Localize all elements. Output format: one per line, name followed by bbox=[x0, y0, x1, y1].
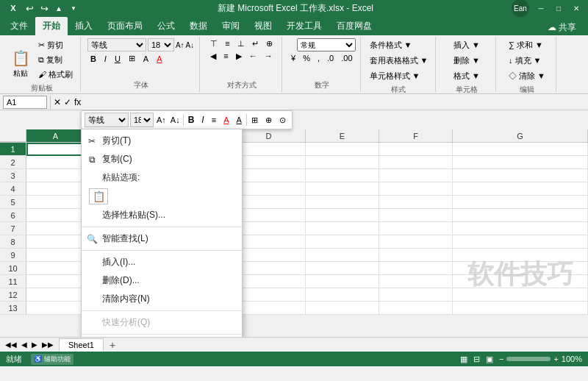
cell-E9[interactable] bbox=[306, 249, 379, 262]
share-button[interactable]: ☁ 共享 bbox=[542, 20, 582, 35]
ctx-insert[interactable]: 插入(I)... bbox=[82, 253, 242, 271]
name-box[interactable]: A1 bbox=[3, 96, 47, 109]
cell-F13[interactable] bbox=[379, 302, 453, 315]
table-style-button[interactable]: 套用表格格式 ▼ bbox=[367, 54, 431, 68]
col-header-D[interactable]: D bbox=[232, 129, 306, 142]
cell-D1[interactable] bbox=[232, 143, 306, 156]
cell-A12[interactable] bbox=[26, 288, 85, 302]
merge-button[interactable]: ⊕ bbox=[263, 38, 276, 49]
cell-A4[interactable] bbox=[26, 182, 85, 196]
currency-button[interactable]: ¥ bbox=[288, 53, 298, 63]
percent-button[interactable]: % bbox=[300, 53, 313, 63]
sheet-tab-sheet1[interactable]: Sheet1 bbox=[59, 338, 104, 352]
copy-button[interactable]: ⧉ 复制 bbox=[35, 53, 76, 67]
cell-D7[interactable] bbox=[232, 222, 306, 235]
paste-icon-1[interactable]: 📋 bbox=[89, 188, 108, 204]
cell-A13[interactable] bbox=[26, 302, 85, 315]
cell-F3[interactable] bbox=[379, 169, 453, 182]
cell-E13[interactable] bbox=[306, 302, 379, 315]
cell-E11[interactable] bbox=[306, 275, 379, 288]
fill-color-button[interactable]: A bbox=[140, 54, 151, 64]
cell-D2[interactable] bbox=[232, 156, 306, 169]
decrease-decimal-button[interactable]: .00 bbox=[338, 53, 355, 63]
scroll-sheet-prev-button[interactable]: ◀ bbox=[19, 341, 29, 349]
scroll-sheet-right-button[interactable]: ▶▶ bbox=[40, 341, 56, 349]
cell-A9[interactable] bbox=[26, 249, 85, 262]
cell-A6[interactable] bbox=[26, 209, 85, 222]
col-header-A[interactable]: A bbox=[26, 129, 85, 142]
increase-font-button[interactable]: A↑ bbox=[176, 41, 184, 49]
col-header-F[interactable]: F bbox=[379, 129, 453, 142]
formula-input[interactable] bbox=[84, 96, 585, 109]
cell-G11[interactable] bbox=[453, 275, 588, 288]
clear-button[interactable]: ◇ 清除 ▼ bbox=[506, 69, 548, 83]
wrap-text-button[interactable]: ↵ bbox=[249, 38, 262, 49]
ctx-clear-content[interactable]: 清除内容(N) bbox=[82, 290, 242, 308]
tab-file[interactable]: 文件 bbox=[3, 17, 35, 35]
tab-view[interactable]: 视图 bbox=[247, 17, 279, 35]
zoom-in-button[interactable]: + bbox=[553, 355, 558, 363]
ctx-paste-options[interactable]: 📋 bbox=[82, 187, 242, 206]
view-preview-button[interactable]: ▣ bbox=[486, 355, 493, 364]
cell-G10[interactable] bbox=[453, 262, 588, 275]
redo-icon[interactable]: ↪ bbox=[38, 2, 50, 14]
ctx-smart-search[interactable]: 🔍 智能查找(L) bbox=[82, 229, 242, 248]
cell-G5[interactable] bbox=[453, 196, 588, 209]
cell-F2[interactable] bbox=[379, 156, 453, 169]
cut-button[interactable]: ✂ 剪切 bbox=[35, 38, 76, 52]
increase-decimal-button[interactable]: .0 bbox=[324, 53, 337, 63]
mini-fontcolor-button[interactable]: A bbox=[220, 115, 232, 125]
format-cell-button[interactable]: 格式 ▼ bbox=[451, 69, 483, 83]
indent-increase-button[interactable]: → bbox=[262, 51, 276, 62]
cell-D5[interactable] bbox=[232, 196, 306, 209]
cell-E8[interactable] bbox=[306, 235, 379, 249]
tab-data[interactable]: 数据 bbox=[182, 17, 215, 35]
tab-formula[interactable]: 公式 bbox=[150, 17, 182, 35]
cell-A3[interactable] bbox=[26, 169, 85, 182]
cell-E1[interactable] bbox=[306, 143, 379, 156]
cell-F6[interactable] bbox=[379, 209, 453, 222]
cell-G1[interactable] bbox=[453, 143, 588, 156]
font-size-select[interactable]: 18 bbox=[148, 38, 174, 51]
align-bottom-button[interactable]: ⊥ bbox=[234, 38, 248, 49]
align-left-button[interactable]: ◀ bbox=[207, 51, 219, 62]
tab-baidu[interactable]: 百度网盘 bbox=[329, 17, 379, 35]
mini-extra-button[interactable]: ⊕ bbox=[262, 115, 275, 126]
ctx-cut[interactable]: ✂ 剪切(T) bbox=[82, 132, 242, 150]
ctx-paste-special[interactable]: 选择性粘贴(S)... bbox=[82, 206, 242, 224]
cell-F5[interactable] bbox=[379, 196, 453, 209]
sum-button[interactable]: ∑ 求和 ▼ bbox=[506, 38, 546, 52]
align-right-button[interactable]: ▶ bbox=[233, 51, 245, 62]
cell-G8[interactable] bbox=[453, 235, 588, 249]
cell-F12[interactable] bbox=[379, 288, 453, 302]
cell-G4[interactable] bbox=[453, 182, 588, 196]
cell-F7[interactable] bbox=[379, 222, 453, 235]
cell-E12[interactable] bbox=[306, 288, 379, 302]
align-top-button[interactable]: ⊤ bbox=[207, 38, 220, 49]
conditional-format-button[interactable]: 条件格式 ▼ bbox=[367, 38, 415, 52]
font-name-select[interactable]: 等线 bbox=[87, 38, 146, 51]
cell-G7[interactable] bbox=[453, 222, 588, 235]
cell-F9[interactable] bbox=[379, 249, 453, 262]
scroll-sheet-next-button[interactable]: ▶ bbox=[29, 341, 40, 349]
maximize-button[interactable]: □ bbox=[553, 2, 564, 14]
ctx-delete[interactable]: 删除(D)... bbox=[82, 271, 242, 290]
cell-D13[interactable] bbox=[232, 302, 306, 315]
quick-save-icon[interactable]: ▲ bbox=[53, 2, 65, 14]
tab-review[interactable]: 审阅 bbox=[215, 17, 247, 35]
confirm-formula-icon[interactable]: ✓ bbox=[64, 97, 71, 107]
cell-F1[interactable] bbox=[379, 143, 453, 156]
delete-cell-button[interactable]: 删除 ▼ bbox=[451, 54, 483, 68]
cell-F4[interactable] bbox=[379, 182, 453, 196]
tab-home[interactable]: 开始 bbox=[35, 17, 68, 35]
cell-E10[interactable] bbox=[306, 262, 379, 275]
cell-G13[interactable] bbox=[453, 302, 588, 315]
cell-A7[interactable] bbox=[26, 222, 85, 235]
cell-D6[interactable] bbox=[232, 209, 306, 222]
cell-G9[interactable] bbox=[453, 249, 588, 262]
cell-A10[interactable] bbox=[26, 262, 85, 275]
cell-D10[interactable] bbox=[232, 262, 306, 275]
view-normal-button[interactable]: ▦ bbox=[460, 355, 467, 364]
mini-decrease-font-icon[interactable]: A↓ bbox=[169, 115, 182, 124]
cell-D4[interactable] bbox=[232, 182, 306, 196]
